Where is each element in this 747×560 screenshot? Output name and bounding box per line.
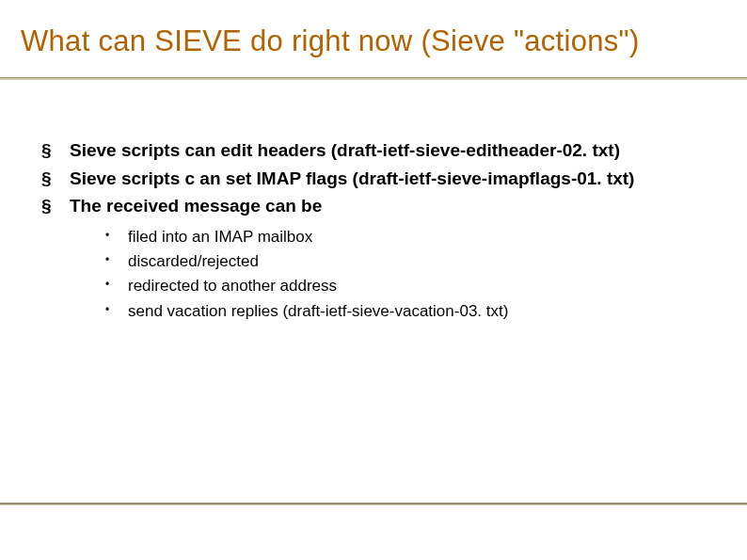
slide: What can SIEVE do right now (Sieve "acti… (0, 0, 747, 560)
list-item-text: send vacation replies (draft-ietf-sieve-… (128, 302, 508, 320)
sub-bullet-list: filed into an IMAP mailbox discarded/rej… (70, 225, 709, 324)
divider-bottom (0, 503, 747, 505)
list-item-text: Sieve scripts c an set IMAP flags (draft… (70, 168, 634, 188)
divider-top (0, 77, 747, 80)
list-item: Sieve scripts can edit headers (draft-ie… (38, 137, 709, 164)
list-item: The received message can be filed into a… (38, 193, 709, 324)
list-item-text: filed into an IMAP mailbox (128, 228, 312, 246)
list-item-text: redirected to another address (128, 277, 337, 295)
list-item: filed into an IMAP mailbox (102, 225, 709, 249)
list-item: send vacation replies (draft-ietf-sieve-… (102, 299, 709, 324)
list-item: Sieve scripts c an set IMAP flags (draft… (38, 166, 709, 192)
list-item-text: The received message can be (70, 196, 322, 216)
slide-body: Sieve scripts can edit headers (draft-ie… (38, 137, 709, 326)
list-item-text: discarded/rejected (128, 252, 259, 270)
list-item: redirected to another address (102, 274, 709, 298)
list-item: discarded/rejected (102, 249, 709, 274)
list-item-text: Sieve scripts can edit headers (draft-ie… (70, 140, 620, 160)
bullet-list: Sieve scripts can edit headers (draft-ie… (38, 137, 709, 324)
slide-title: What can SIEVE do right now (Sieve "acti… (21, 24, 726, 58)
